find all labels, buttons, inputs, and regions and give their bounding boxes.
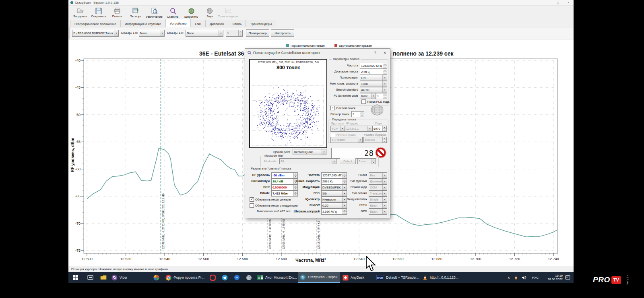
right-select-2[interactable]: Длинный▼ — [369, 178, 387, 184]
spinner-buttons[interactable]: ▲▼ — [360, 112, 364, 117]
chevron-down-icon: ▼ — [322, 149, 326, 155]
right-select-5[interactable]: Single▼ — [369, 197, 387, 203]
taskbar-item-messenger[interactable] — [232, 272, 242, 283]
tab-2[interactable]: Информация о спутнике — [120, 20, 166, 27]
right-select-7[interactable]: Выкл.▼ — [369, 209, 387, 215]
taskview-icon — [87, 275, 93, 280]
taskbar-item-taskview[interactable] — [85, 272, 96, 283]
param-5-select[interactable]: AUTO▼ — [360, 87, 387, 93]
tray-chevron[interactable]: ∧ — [506, 272, 512, 283]
right-select-1[interactable]: Вкл.▼ — [369, 172, 387, 178]
spin-down-icon[interactable]: ▼ — [383, 140, 386, 143]
param-1-spinner[interactable]: 12538,000 МГц▲▼ — [360, 63, 387, 69]
carrier-search-dialog: Поиск несущей и Constellation-мониторинг… — [245, 48, 390, 218]
right-select-6[interactable]: Выкл.▼ — [369, 203, 387, 209]
tab-5[interactable]: Диапазон — [205, 20, 228, 27]
volume-icon[interactable] — [522, 272, 529, 283]
pls-search-checkbox[interactable]: Поиск PLS-кода — [361, 99, 389, 104]
taskbar-item-excel[interactable]: XЛист Microsoft Exc... — [255, 272, 297, 283]
configure-button[interactable]: Настроить — [271, 29, 294, 37]
constellation-header: 12537,695 МГц, Г/Л, 2991 Кс, DVBS2/8PSK,… — [250, 61, 326, 64]
spin-down-icon[interactable]: ▼ — [383, 96, 387, 99]
spin-up-icon[interactable]: ▲ — [239, 30, 242, 33]
dropdown-value: TCP — [331, 127, 340, 130]
port-spinner[interactable]: 6970▲▼ — [372, 126, 387, 132]
tab-7[interactable]: Транспондеры — [246, 20, 276, 27]
svg-text:12 720: 12 720 — [509, 257, 520, 261]
checkbox-box[interactable] — [361, 99, 366, 104]
tab-4[interactable]: LNB — [190, 20, 206, 27]
toolbar-button-save[interactable]: Сохранить — [89, 6, 108, 20]
chevron-down-icon: ▼ — [371, 93, 376, 99]
taskbar-item-tsreader[interactable]: DVBDefault -- TSReader... — [374, 272, 419, 283]
toolbar-button-scan[interactable]: Сканить — [163, 6, 182, 20]
toolbar-button-comb[interactable]: Шерстить — [182, 6, 200, 20]
minimize-button[interactable]: – — [542, 0, 553, 5]
taskbar-item-opera[interactable] — [208, 272, 218, 283]
tab-3[interactable]: Устройство — [165, 19, 191, 27]
result-label-Сигнал/Шум: Сигнал/Шум — [247, 179, 270, 183]
dialog-help-button[interactable]: ? — [371, 51, 380, 55]
language-indicator[interactable]: РУС — [530, 272, 540, 283]
protocol-label: Протокол — [331, 122, 344, 125]
spin-down-icon[interactable]: ▼ — [383, 128, 386, 131]
telegram-icon — [222, 275, 228, 281]
spinner-buttons[interactable]: ▲▼ — [372, 159, 376, 164]
toolbar-button-sound[interactable]: Звук — [200, 6, 219, 20]
param-3-select[interactable]: Г/Л▼ — [360, 75, 387, 81]
speaker-icon — [522, 275, 527, 280]
iqscan-select[interactable]: Demod IQ out▼ — [293, 149, 326, 155]
spin-down-icon[interactable]: ▼ — [372, 161, 376, 164]
taskbar-item-photos[interactable] — [151, 272, 162, 283]
right-select-4[interactable]: Transport▼ — [369, 190, 387, 197]
spinner-buttons[interactable]: ▲▼ — [383, 93, 387, 99]
taskbar-item-anydesk[interactable]: AnyDesk — [341, 272, 373, 283]
tray-vlc[interactable] — [514, 272, 520, 283]
start-button[interactable] — [71, 272, 82, 283]
taskbar-item-viber[interactable]: Viber — [109, 272, 135, 283]
clock[interactable]: 15:1928.06.2022 — [542, 272, 564, 283]
pl-scramble-root-select[interactable]: Root▼ — [360, 93, 376, 99]
notification-icon[interactable] — [565, 272, 572, 283]
tab-1[interactable]: Географическое положение — [70, 20, 121, 27]
tuner-select[interactable]: 2 - TBS 6908 DVBS/S2 Tuner 0▼ — [72, 30, 119, 37]
spin-down-icon[interactable]: ▼ — [383, 66, 387, 68]
spin-down-icon[interactable]: ▼ — [360, 114, 364, 117]
param-4-select[interactable]: 1000▼ — [360, 81, 387, 87]
checkbox-box[interactable]: ✓ — [330, 106, 335, 110]
param-2-spinner[interactable]: 2 МГц▲▼ — [360, 69, 387, 75]
taskbar-item-paint[interactable] — [244, 272, 254, 283]
diseqc1x-select[interactable]: None▼ — [186, 30, 223, 37]
diseqc10-label: DiSEqC 1.0: — [121, 31, 138, 35]
taskbar-item-chrome[interactable]: Форум проекта Pr... — [163, 272, 206, 283]
taskbar-item-vlc[interactable]: http://...0.0.1:123... — [420, 272, 462, 283]
checkbox-box[interactable] — [250, 203, 254, 208]
maximize-button[interactable]: □ — [553, 0, 563, 5]
taskbar-item-telegram[interactable] — [220, 272, 230, 283]
spinner-buttons[interactable]: ▲▼ — [383, 63, 387, 68]
spinner-buttons[interactable]: ▲▼ — [383, 69, 387, 74]
spinner-buttons[interactable]: ▲▼ — [382, 126, 386, 131]
pl-scramble-value-spinner[interactable]: 1▲▼ — [376, 93, 387, 99]
toolbar-button-export[interactable]: Экспорт — [126, 6, 145, 20]
diseqc10-select[interactable]: None▼ — [139, 30, 165, 37]
positioner-button[interactable]: Позиционер — [246, 29, 269, 37]
dialog-close-button[interactable]: ✕ — [380, 51, 390, 55]
taskbar-item-crazyscan[interactable]: CrazyScan - Верси... — [298, 272, 340, 283]
spinner-buttons[interactable]: ▲▼ — [238, 30, 242, 36]
spinner-buttons[interactable]: ▲▼ — [382, 137, 386, 143]
blind-search-checkbox[interactable]: ✓Слепой поиск — [330, 106, 355, 110]
toolbar-button-print[interactable]: Печать — [108, 6, 126, 20]
dropdown-value: 2 - TBS 6908 DVBS/S2 Tuner 0 — [72, 31, 114, 35]
toolbar-button-open[interactable]: Загрузить — [71, 6, 89, 20]
tab-6[interactable]: Стиль — [228, 20, 246, 27]
right-select-3[interactable]: CCM▼ — [369, 184, 387, 190]
spin-down-icon[interactable]: ▼ — [239, 33, 242, 36]
close-button[interactable]: × — [563, 0, 574, 5]
checkbox-box[interactable]: ✓ — [250, 197, 254, 202]
taskbar-item-explorer[interactable] — [98, 272, 109, 283]
param-label-6: PL Scramble code — [329, 94, 358, 97]
toolbar-button-zoom-page[interactable]: Увеличение — [145, 6, 163, 20]
dot-size-spinner[interactable]: 2▲▼ — [351, 111, 364, 117]
spin-down-icon[interactable]: ▼ — [383, 72, 387, 74]
